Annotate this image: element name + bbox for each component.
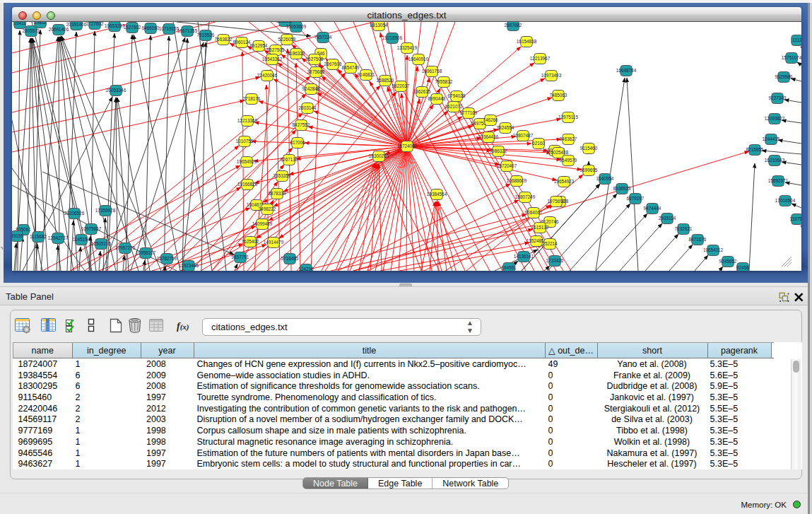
- svg-text:9242848: 9242848: [302, 86, 320, 91]
- svg-text:62160: 62160: [532, 141, 545, 146]
- svg-text:2867608: 2867608: [324, 62, 342, 66]
- svg-text:15692971: 15692971: [768, 178, 789, 183]
- svg-text:1588520: 1588520: [377, 78, 394, 83]
- svg-text:1112: 1112: [792, 37, 801, 42]
- svg-text:1145194: 1145194: [73, 237, 90, 242]
- svg-text:7485063: 7485063: [550, 93, 567, 98]
- svg-text:8912954: 8912954: [250, 43, 268, 48]
- svg-text:7357224: 7357224: [314, 35, 332, 40]
- svg-text:20053346: 20053346: [106, 88, 126, 93]
- svg-text:20364436: 20364436: [478, 134, 499, 139]
- svg-text:12975115: 12975115: [558, 115, 578, 119]
- svg-text:5716485: 5716485: [281, 256, 299, 261]
- svg-text:8471676: 8471676: [689, 237, 707, 242]
- svg-text:1527602: 1527602: [124, 25, 141, 30]
- svg-text:817006: 817006: [290, 140, 305, 145]
- svg-text:8938923: 8938923: [613, 186, 631, 191]
- svg-text:6466160: 6466160: [142, 25, 160, 30]
- svg-text:13325419: 13325419: [397, 45, 418, 50]
- svg-text:124296: 124296: [298, 267, 314, 271]
- svg-text:17957275: 17957275: [115, 245, 136, 250]
- svg-text:15751074: 15751074: [782, 55, 801, 60]
- svg-text:17359928: 17359928: [95, 208, 116, 213]
- svg-text:2935114: 2935114: [659, 216, 676, 221]
- svg-text:2305571: 2305571: [23, 28, 40, 33]
- svg-text:9463627: 9463627: [560, 136, 577, 141]
- svg-text:19654925: 19654925: [237, 159, 257, 164]
- svg-text:16648784: 16648784: [616, 68, 637, 73]
- svg-text:164981: 164981: [501, 265, 517, 270]
- svg-text:19811: 19811: [34, 22, 47, 25]
- svg-text:12942737: 12942737: [48, 235, 69, 240]
- svg-text:10958107: 10958107: [136, 250, 156, 255]
- svg-text:2887682: 2887682: [505, 23, 522, 28]
- svg-text:12213369: 12213369: [237, 118, 258, 123]
- svg-text:18807249: 18807249: [515, 194, 536, 199]
- svg-text:1362615: 1362615: [413, 89, 431, 94]
- svg-text:19218506: 19218506: [382, 35, 403, 40]
- svg-text:8454749: 8454749: [342, 65, 360, 70]
- svg-text:7625402: 7625402: [242, 239, 259, 244]
- svg-text:1115682: 1115682: [30, 234, 47, 239]
- svg-text:16411: 16411: [13, 22, 26, 25]
- svg-text:252214: 252214: [542, 241, 558, 246]
- svg-text:6794028: 6794028: [448, 93, 466, 98]
- svg-text:9115460: 9115460: [580, 146, 598, 151]
- svg-text:16961758: 16961758: [422, 69, 442, 74]
- svg-text:10807487: 10807487: [513, 133, 534, 138]
- svg-text:2718176: 2718176: [243, 96, 261, 101]
- svg-text:9084067: 9084067: [525, 210, 543, 215]
- svg-text:1975692: 1975692: [548, 199, 565, 204]
- svg-text:1010755: 1010755: [236, 139, 254, 144]
- svg-text:9227343: 9227343: [769, 95, 787, 100]
- svg-text:7955812: 7955812: [435, 79, 453, 84]
- svg-text:8813054: 8813054: [370, 23, 388, 28]
- svg-text:12093822: 12093822: [765, 116, 785, 121]
- svg-text:22420046: 22420046: [257, 73, 278, 78]
- svg-text:8878334: 8878334: [269, 191, 286, 196]
- svg-text:16154838: 16154838: [517, 39, 537, 44]
- svg-text:10653287: 10653287: [105, 23, 125, 28]
- svg-text:12213967: 12213967: [530, 56, 551, 61]
- svg-text:10671355: 10671355: [177, 28, 198, 33]
- svg-text:7632621: 7632621: [675, 226, 693, 231]
- svg-text:10719155: 10719155: [159, 26, 180, 31]
- svg-text:3875685: 3875685: [307, 69, 325, 74]
- svg-text:19384554: 19384554: [427, 192, 447, 197]
- svg-text:15720407: 15720407: [497, 163, 517, 168]
- svg-text:9146821: 9146821: [358, 72, 375, 77]
- svg-text:1727602: 1727602: [86, 22, 104, 26]
- svg-text:10975857: 10975857: [81, 226, 102, 231]
- svg-text:1244415: 1244415: [763, 136, 780, 141]
- svg-text:14099489: 14099489: [252, 221, 273, 226]
- svg-text:8427552: 8427552: [293, 122, 310, 127]
- svg-text:16543362: 16543362: [262, 57, 283, 62]
- svg-text:10654112: 10654112: [703, 247, 723, 252]
- svg-text:9699695: 9699695: [580, 168, 598, 173]
- svg-text:19654923: 19654923: [554, 179, 575, 184]
- svg-text:20691406: 20691406: [49, 27, 69, 32]
- svg-text:3824554: 3824554: [497, 125, 514, 130]
- svg-text:8960124: 8960124: [233, 40, 251, 45]
- svg-text:5822037: 5822037: [392, 83, 410, 88]
- svg-text:746266: 746266: [483, 117, 498, 122]
- svg-text:1621072: 1621072: [445, 104, 463, 109]
- svg-text:9329986: 9329986: [775, 74, 793, 79]
- svg-text:116753: 116753: [790, 216, 801, 221]
- svg-text:10973493: 10973493: [541, 73, 562, 78]
- svg-text:18640910: 18640910: [408, 57, 429, 62]
- svg-text:16053809: 16053809: [286, 24, 307, 29]
- svg-text:16210643: 16210643: [765, 158, 785, 163]
- svg-text:9527508: 9527508: [306, 57, 324, 62]
- svg-text:9474444: 9474444: [644, 206, 661, 211]
- svg-text:f(x): f(x): [177, 321, 189, 332]
- svg-text:5226058: 5226058: [278, 37, 296, 42]
- svg-text:9549579: 9549579: [560, 158, 577, 163]
- svg-text:7986322: 7986322: [490, 148, 507, 153]
- svg-text:20206526: 20206526: [64, 211, 85, 216]
- svg-text:7515526: 7515526: [197, 33, 215, 37]
- svg-text:1353359: 1353359: [273, 173, 291, 178]
- svg-text:9857791: 9857791: [232, 255, 249, 259]
- svg-text:9245652: 9245652: [719, 259, 737, 264]
- svg-text:14914479: 14914479: [264, 240, 284, 245]
